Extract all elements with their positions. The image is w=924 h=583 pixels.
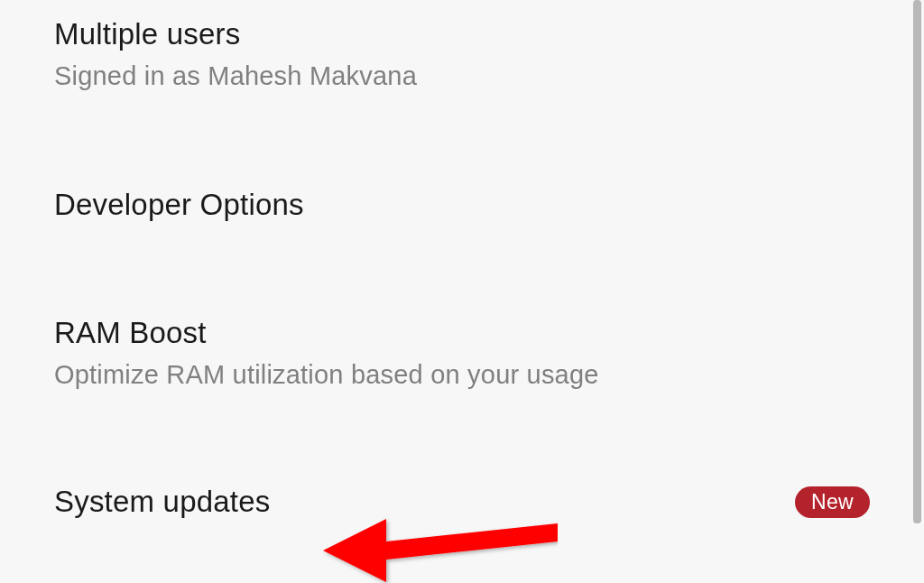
- new-badge: New: [795, 486, 870, 518]
- setting-subtitle: Optimize RAM utilization based on your u…: [54, 358, 870, 393]
- setting-item-multiple-users[interactable]: Multiple users Signed in as Mahesh Makva…: [0, 0, 924, 139]
- setting-item-developer-options[interactable]: Developer Options: [0, 139, 924, 272]
- setting-item-ram-boost[interactable]: RAM Boost Optimize RAM utilization based…: [0, 271, 924, 436]
- scrollbar[interactable]: [913, 0, 921, 523]
- setting-title: System updates: [54, 483, 270, 522]
- setting-subtitle: Signed in as Mahesh Makvana: [54, 60, 870, 94]
- setting-title: Multiple users: [54, 15, 870, 54]
- setting-title: RAM Boost: [54, 314, 870, 353]
- setting-item-system-updates[interactable]: System updates New: [0, 436, 924, 522]
- settings-content: Multiple users Signed in as Mahesh Makva…: [0, 0, 924, 583]
- setting-title: Developer Options: [54, 186, 870, 225]
